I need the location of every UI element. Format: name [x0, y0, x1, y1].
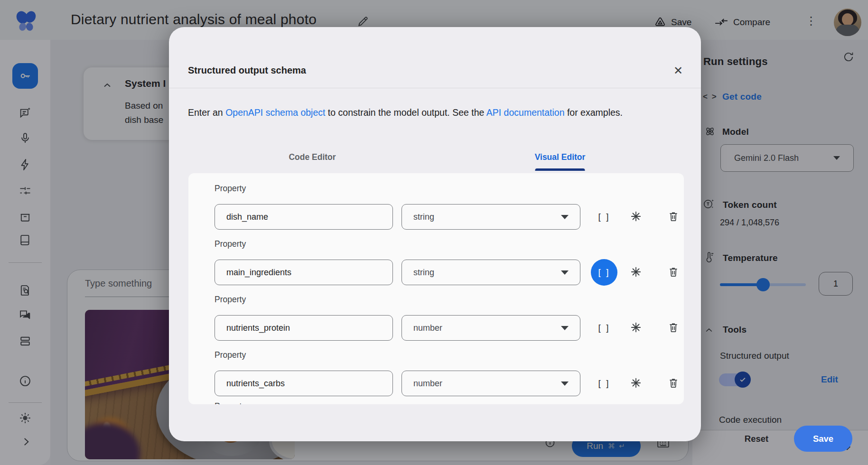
property-label: Property: [215, 350, 246, 360]
app-window: Dietary nutrient analysis of meal photo …: [0, 0, 868, 465]
openapi-schema-link[interactable]: OpenAPI schema object: [225, 107, 325, 118]
chevron-down-icon: [561, 270, 569, 275]
required-toggle-button[interactable]: [630, 377, 644, 391]
tab-label: Visual Editor: [535, 152, 586, 162]
property-name-value: main_ingredients: [226, 268, 291, 278]
property-type-value: string: [413, 212, 434, 222]
property-type-value: number: [413, 379, 442, 389]
required-toggle-button[interactable]: [630, 210, 644, 224]
property-name-input[interactable]: main_ingredients: [215, 260, 393, 285]
api-documentation-link[interactable]: API documentation: [486, 107, 565, 118]
array-toggle-button[interactable]: [ ]: [591, 370, 617, 397]
dialog-header-divider: [169, 88, 701, 88]
structured-output-schema-dialog: Structured output schema ✕ Enter an Open…: [169, 27, 701, 441]
chevron-down-icon: [561, 326, 569, 330]
required-toggle-button[interactable]: [630, 321, 644, 335]
property-name-input[interactable]: nutrients_protein: [215, 315, 393, 341]
property-name-input[interactable]: nutrients_carbs: [215, 371, 393, 396]
property-name-value: dish_name: [226, 212, 268, 222]
chevron-down-icon: [561, 215, 569, 219]
dialog-save-button[interactable]: Save: [794, 426, 852, 452]
tab-visual-editor[interactable]: Visual Editor: [436, 143, 684, 171]
property-name-input[interactable]: dish_name: [215, 204, 393, 230]
close-icon[interactable]: ✕: [671, 64, 685, 78]
chevron-down-icon: [561, 381, 569, 386]
delete-property-button[interactable]: [667, 210, 681, 224]
reset-button[interactable]: Reset: [733, 429, 780, 448]
property-type-select[interactable]: string: [401, 204, 580, 230]
property-type-select[interactable]: number: [401, 371, 580, 396]
desc-text: Enter an: [188, 107, 225, 118]
dialog-title: Structured output schema: [188, 65, 306, 76]
delete-property-button[interactable]: [667, 321, 681, 335]
array-toggle-button[interactable]: [ ]: [591, 204, 617, 230]
editor-tabs: Code Editor Visual Editor: [188, 143, 684, 171]
property-name-value: nutrients_carbs: [226, 379, 285, 389]
tab-code-editor[interactable]: Code Editor: [188, 143, 436, 171]
property-label: Property: [215, 401, 246, 404]
dialog-description: Enter an OpenAPI schema object to constr…: [188, 107, 691, 118]
property-label: Property: [215, 295, 246, 305]
property-label: Property: [215, 184, 246, 194]
property-type-value: string: [413, 268, 434, 278]
property-type-select[interactable]: number: [401, 315, 580, 341]
active-tab-indicator: [535, 168, 585, 171]
array-toggle-button-active[interactable]: [ ]: [591, 259, 617, 286]
visual-editor-panel: Property dish_name string [ ]: [188, 173, 684, 404]
delete-property-button[interactable]: [667, 266, 681, 280]
desc-text: for examples.: [565, 107, 623, 118]
required-toggle-button[interactable]: [630, 266, 644, 280]
property-type-select[interactable]: string: [401, 260, 580, 285]
property-type-value: number: [413, 323, 442, 333]
property-name-value: nutrients_protein: [226, 323, 290, 333]
array-toggle-button[interactable]: [ ]: [591, 315, 617, 341]
delete-property-button[interactable]: [667, 377, 681, 391]
desc-text: to constrain the model output. See the: [325, 107, 486, 118]
property-label: Property: [215, 239, 246, 249]
